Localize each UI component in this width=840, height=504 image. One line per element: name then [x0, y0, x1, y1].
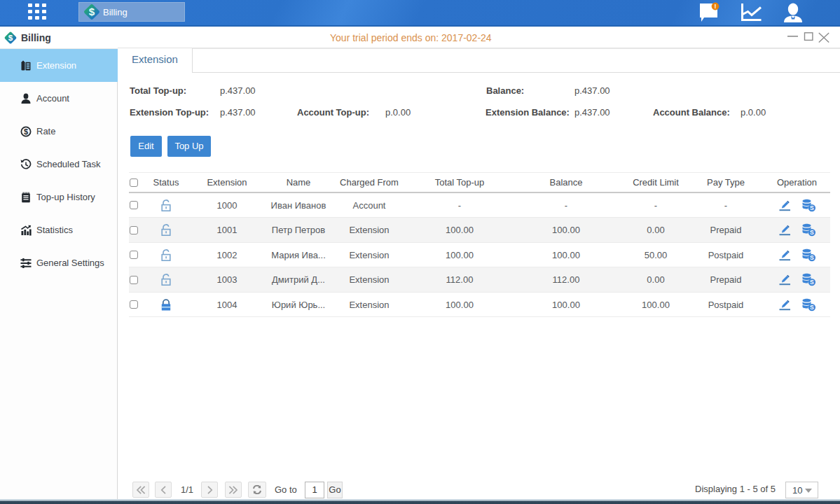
svg-text:S: S: [810, 229, 814, 236]
svg-text:S: S: [810, 304, 814, 311]
svg-text:S: S: [810, 204, 814, 211]
svg-text:$: $: [89, 6, 95, 18]
svg-text:S: S: [810, 254, 814, 261]
svg-text:!: !: [715, 3, 717, 10]
svg-text:$: $: [24, 127, 28, 136]
svg-text:$: $: [8, 33, 13, 42]
svg-text:S: S: [810, 279, 814, 286]
